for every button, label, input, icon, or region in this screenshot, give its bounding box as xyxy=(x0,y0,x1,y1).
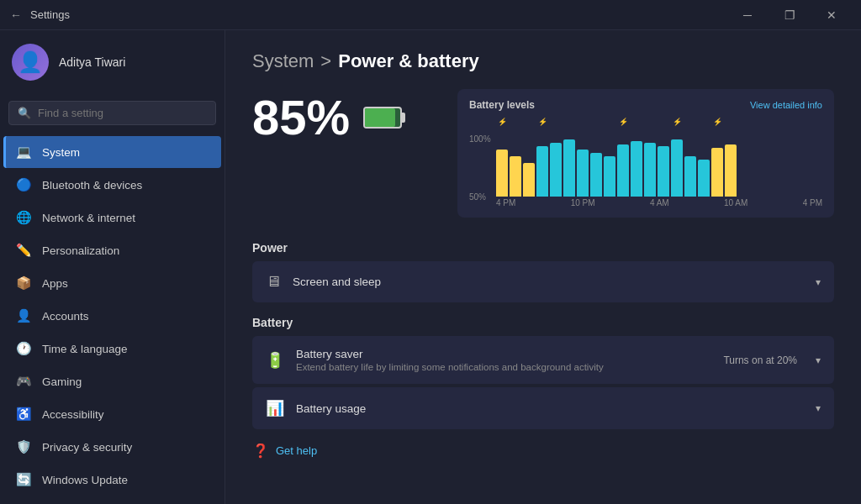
battery-saver-right: Turns on at 20% xyxy=(723,354,797,366)
back-button[interactable]: ← xyxy=(10,8,22,22)
battery-icon xyxy=(363,107,402,129)
chart-header: Battery levels View detailed info xyxy=(469,99,822,111)
title-bar-title: Settings xyxy=(30,8,70,21)
battery-saver-row[interactable]: 🔋 Battery saver Extend battery life by l… xyxy=(252,336,834,384)
charge-indicator: ⚡ xyxy=(711,118,723,126)
sidebar-item-label: Apps xyxy=(42,277,68,290)
search-box[interactable]: 🔍 xyxy=(8,101,216,125)
breadcrumb-parent: System xyxy=(252,50,314,72)
sidebar-item-label: Network & internet xyxy=(42,212,135,224)
chart-bar xyxy=(510,156,521,197)
sidebar-item-label: Gaming xyxy=(42,375,82,388)
user-section[interactable]: 👤 Aditya Tiwari xyxy=(0,30,224,94)
chart-bar xyxy=(617,144,629,197)
sidebar-item-system[interactable]: 💻 System xyxy=(3,136,221,168)
battery-usage-icon: 📊 xyxy=(266,399,284,417)
time-icon: 🕐 xyxy=(15,341,32,356)
sidebar-item-label: Accessibility xyxy=(42,408,104,421)
battery-usage-row[interactable]: 📊 Battery usage ▾ xyxy=(252,387,834,429)
chart-x-labels: 4 PM 10 PM 4 AM 10 AM 4 PM xyxy=(469,198,822,207)
apps-icon: 📦 xyxy=(15,276,32,291)
sidebar-item-network[interactable]: 🌐 Network & internet xyxy=(3,202,221,234)
chevron-down-icon: ▾ xyxy=(816,276,821,288)
chart-bar xyxy=(590,153,602,197)
charge-indicator: ⚡ xyxy=(536,118,548,126)
screen-sleep-icon: 🖥 xyxy=(266,273,281,291)
help-row: ❓ Get help xyxy=(252,443,834,459)
charge-indicators: ⚡⚡⚡⚡⚡ xyxy=(469,116,822,128)
chart-bar xyxy=(698,160,710,197)
chart-bar xyxy=(631,141,642,197)
chart-bar xyxy=(644,143,656,197)
close-button[interactable]: ✕ xyxy=(812,3,851,28)
sidebar-item-gaming[interactable]: 🎮 Gaming xyxy=(3,365,221,397)
title-bar: ← Settings ─ ❐ ✕ xyxy=(0,0,861,30)
user-name: Aditya Tiwari xyxy=(59,55,125,69)
power-section: Power 🖥 Screen and sleep ▾ xyxy=(252,241,834,302)
battery-section: Battery 🔋 Battery saver Extend battery l… xyxy=(252,316,834,429)
sidebar: 👤 Aditya Tiwari 🔍 💻 System 🔵 Bluetooth &… xyxy=(0,30,225,504)
sidebar-item-personalization[interactable]: ✏️ Personalization xyxy=(3,234,221,266)
get-help-link[interactable]: Get help xyxy=(276,444,317,457)
battery-saver-desc: Extend battery life by limiting some not… xyxy=(296,362,711,372)
bars-area xyxy=(469,129,822,197)
battery-percent-display: 85% xyxy=(252,89,437,145)
chart-detail-link[interactable]: View detailed info xyxy=(750,100,822,110)
content-area: System > Power & battery 85% Battery lev… xyxy=(225,30,861,504)
charge-indicator: ⚡ xyxy=(617,118,629,126)
sidebar-item-label: Windows Update xyxy=(42,474,128,486)
sidebar-item-bluetooth[interactable]: 🔵 Bluetooth & devices xyxy=(3,169,221,201)
chart-y-labels: 100% 50% xyxy=(469,134,491,202)
restore-button[interactable]: ❐ xyxy=(770,3,809,28)
minimize-button[interactable]: ─ xyxy=(728,3,767,28)
sidebar-item-accessibility[interactable]: ♿ Accessibility xyxy=(3,398,221,430)
chart-bar xyxy=(536,146,548,197)
chart-bar xyxy=(604,156,615,197)
screen-sleep-row[interactable]: 🖥 Screen and sleep ▾ xyxy=(252,261,834,302)
sidebar-item-privacy[interactable]: 🛡️ Privacy & security xyxy=(3,431,221,463)
chart-bar xyxy=(671,139,683,197)
sidebar-item-label: Bluetooth & devices xyxy=(42,179,142,192)
sidebar-item-label: Time & language xyxy=(42,343,128,355)
chart-area: 100% 50% ⚡⚡⚡⚡⚡ xyxy=(469,116,822,196)
power-section-label: Power xyxy=(252,241,834,255)
sidebar-item-accounts[interactable]: 👤 Accounts xyxy=(3,300,221,332)
battery-chart: Battery levels View detailed info 100% 5… xyxy=(457,89,834,218)
charge-indicator: ⚡ xyxy=(671,118,683,126)
sidebar-item-time[interactable]: 🕐 Time & language xyxy=(3,333,221,365)
screen-sleep-title: Screen and sleep xyxy=(293,276,804,288)
avatar: 👤 xyxy=(12,44,49,81)
sidebar-item-update[interactable]: 🔄 Windows Update xyxy=(3,464,221,496)
chart-bar xyxy=(684,156,696,197)
chart-title: Battery levels xyxy=(469,99,535,111)
sidebar-item-label: Personalization xyxy=(42,244,119,257)
sidebar-item-label: Privacy & security xyxy=(42,441,132,454)
breadcrumb: System > Power & battery xyxy=(252,50,834,72)
battery-section-label: Battery xyxy=(252,316,834,329)
chart-bar xyxy=(496,150,508,197)
chart-bar xyxy=(563,139,575,197)
battery-percent-value: 85% xyxy=(252,89,350,145)
title-bar-controls: ─ ❐ ✕ xyxy=(728,3,851,28)
battery-saver-icon: 🔋 xyxy=(266,351,284,370)
search-input[interactable] xyxy=(38,107,207,119)
main-layout: 👤 Aditya Tiwari 🔍 💻 System 🔵 Bluetooth &… xyxy=(0,30,861,504)
sidebar-item-apps[interactable]: 📦 Apps xyxy=(3,267,221,299)
battery-header-row: 85% Battery levels View detailed info 10… xyxy=(252,89,834,218)
privacy-icon: 🛡️ xyxy=(15,439,32,454)
update-icon: 🔄 xyxy=(15,472,32,487)
sidebar-item-label: System xyxy=(42,146,80,159)
battery-usage-title: Battery usage xyxy=(296,402,804,415)
search-icon: 🔍 xyxy=(18,107,31,119)
gaming-icon: 🎮 xyxy=(15,374,32,389)
breadcrumb-separator: > xyxy=(320,50,331,72)
personalization-icon: ✏️ xyxy=(15,243,32,258)
chevron-down-icon: ▾ xyxy=(816,402,821,414)
chart-bar xyxy=(523,163,535,197)
accounts-icon: 👤 xyxy=(15,308,32,323)
chart-bar xyxy=(711,148,723,197)
chevron-down-icon: ▾ xyxy=(816,354,821,366)
sidebar-item-label: Accounts xyxy=(42,310,89,323)
chart-bar xyxy=(658,146,669,197)
chart-bar xyxy=(550,143,562,197)
